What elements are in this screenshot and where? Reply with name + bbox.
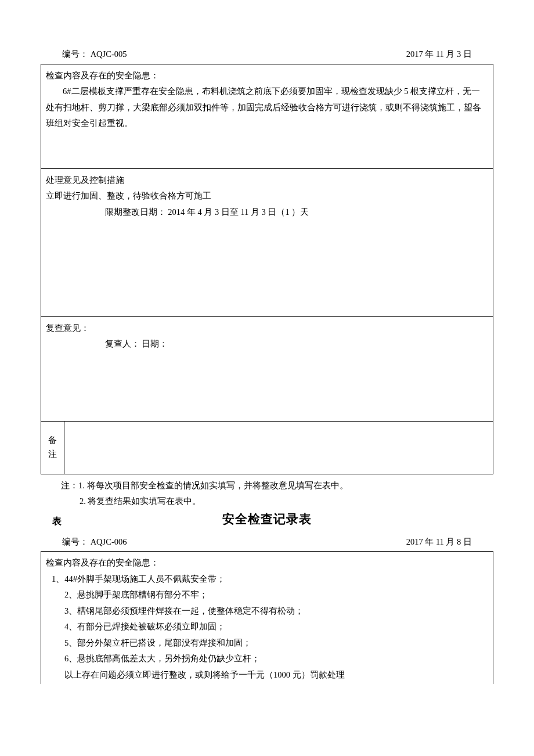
num-value: AQJC-005 (91, 49, 127, 59)
inspection-title: 检查内容及存在的安全隐患： (46, 68, 488, 84)
inspection-item-3: 3、槽钢尾部必须预埋件焊接在一起，使整体稳定不得有松动； (46, 603, 488, 620)
inspection-body: 6#二层模板支撑严重存在安全隐患，布料机浇筑之前底下必须要加固牢，现检查发现缺少… (46, 84, 488, 132)
form2-body: 检查内容及存在的安全隐患： 1、44#外脚手架现场施工人员不佩戴安全带； 2、悬… (41, 552, 493, 684)
opinion-line1: 立即进行加固、整改，待验收合格方可施工 (46, 188, 488, 204)
num-label: 编号： (62, 49, 88, 59)
inspection-item-1: 1、44#外脚手架现场施工人员不佩戴安全带； (46, 571, 488, 588)
form1-date: 2017 年 11 月 3 日 (406, 46, 492, 63)
form1-body: 检查内容及存在的安全隐患： 6#二层模板支撑严重存在安全隐患，布料机浇筑之前底下… (41, 64, 493, 474)
form1-inspection: 检查内容及存在的安全隐患： 6#二层模板支撑严重存在安全隐患，布料机浇筑之前底下… (41, 64, 493, 169)
form2-inspection: 检查内容及存在的安全隐患： 1、44#外脚手架现场施工人员不佩戴安全带； 2、悬… (41, 552, 493, 684)
review-title: 复查意见： (46, 321, 488, 337)
form2-date: 2017 年 11 月 8 日 (406, 534, 492, 550)
notes-label-1: 备 (48, 434, 57, 447)
form1-review: 复查意见： 复查人： 日期： (41, 317, 493, 422)
inspection-item-2: 2、悬挑脚手架底部槽钢有部分不牢； (46, 587, 488, 603)
inspection-item-4: 4、有部分已焊接处被破坏必须立即加固； (46, 619, 488, 635)
opinion-deadline: 限期整改日期： 2014 年 4 月 3 日至 11 月 3 日（1 ）天 (46, 204, 488, 221)
review-line: 复查人： 日期： (46, 336, 488, 352)
num-label: 编号： (62, 537, 88, 546)
form1-opinion: 处理意见及控制措施 立即进行加固、整改，待验收合格方可施工 限期整改日期： 20… (41, 169, 493, 317)
title-row: 表 安全检查记录表 (41, 507, 493, 531)
inspection-title: 检查内容及存在的安全隐患： (46, 555, 488, 571)
title-left: 表 (41, 513, 75, 530)
inspection-footer: 以上存在问题必须立即进行整改，或则将给予一千元（1000 元）罚款处理 (46, 667, 488, 683)
form1-notes-row: 备 注 (41, 422, 493, 474)
opinion-title: 处理意见及控制措施 (46, 172, 488, 189)
footnotes: 注：1. 将每次项目部安全检查的情况如实填写，并将整改意见填写在表中。 2. 将… (41, 474, 493, 510)
inspection-item-5: 5、部分外架立杆已搭设，尾部没有焊接和加固； (46, 635, 488, 651)
form1-number: 编号： AQJC-005 (42, 46, 127, 63)
num-value: AQJC-006 (91, 537, 127, 546)
notes-body (64, 422, 493, 474)
notes-label-2: 注 (48, 448, 57, 461)
form1-header: 编号： AQJC-005 2017 年 11 月 3 日 (41, 46, 493, 64)
form2-number: 编号： AQJC-006 (42, 534, 127, 550)
title-center: 安全检查记录表 (75, 507, 459, 531)
footnote-1: 注：1. 将每次项目部安全检查的情况如实填写，并将整改意见填写在表中。 (61, 478, 476, 494)
notes-label: 备 注 (41, 422, 64, 474)
form2-header: 编号： AQJC-006 2017 年 11 月 8 日 (41, 534, 493, 552)
inspection-item-6: 6、悬挑底部高低差太大，另外拐角处仍缺少立杆； (46, 651, 488, 667)
